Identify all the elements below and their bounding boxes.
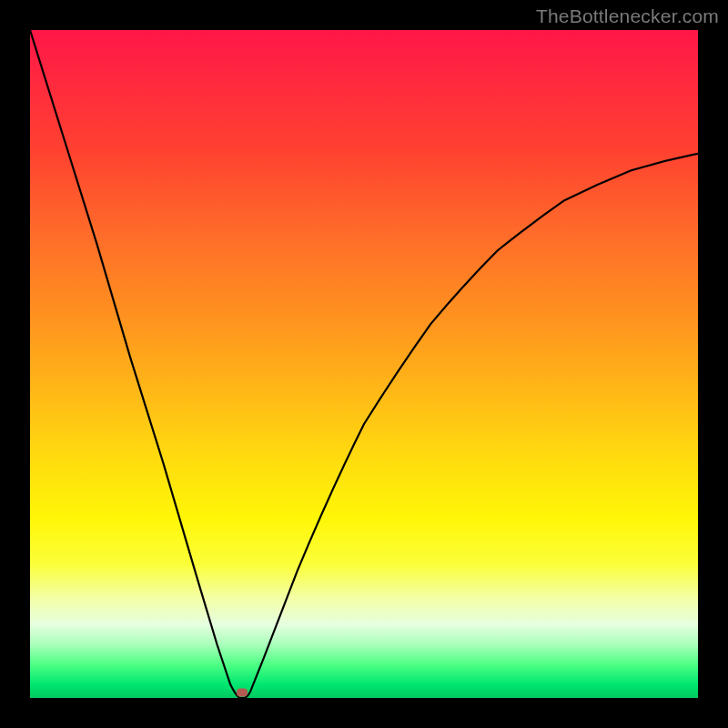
optimal-point-marker xyxy=(237,689,248,697)
chart-canvas: TheBottlenecker.com xyxy=(0,0,728,728)
curve-layer xyxy=(30,30,698,698)
bottleneck-curve xyxy=(30,30,698,698)
plot-area xyxy=(29,29,699,699)
watermark-text: TheBottlenecker.com xyxy=(536,5,719,27)
